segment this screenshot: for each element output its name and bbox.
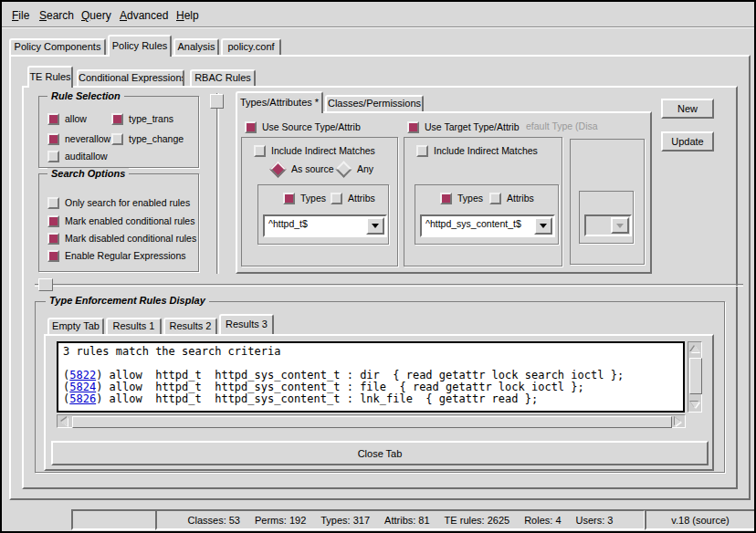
- status-stats-panel: Classes: 53 Perms: 192 Types: 317 Attrib…: [155, 509, 646, 530]
- checkbox-neverallow[interactable]: neverallow: [47, 132, 110, 145]
- horizontal-scrollbar-thumb[interactable]: [72, 416, 672, 428]
- checkbox-allow[interactable]: allow: [47, 112, 87, 125]
- stat-roles: Roles: 4: [524, 515, 561, 526]
- scroll-right-arrow[interactable]: [671, 415, 685, 427]
- checkbox-indicator: [489, 193, 501, 204]
- target-type-combobox[interactable]: ^httpd_sys_content_t$: [420, 214, 555, 237]
- apol-window: File Search Query Advanced Help Policy C…: [0, 0, 756, 533]
- radio-indicator: [269, 161, 286, 177]
- checkbox-target-attribs[interactable]: Attribs: [489, 192, 534, 204]
- search-options-title: Search Options: [47, 168, 129, 179]
- checkbox-indicator: [111, 133, 123, 145]
- checkbox-indicator: [47, 233, 59, 245]
- checkbox-source-indirect[interactable]: Include Indirect Matches: [254, 144, 375, 157]
- results-summary: 3 rules match the search criteria: [63, 346, 683, 358]
- checkbox-indicator: [111, 113, 123, 125]
- default-type-label: efault Type (Disa: [526, 120, 612, 131]
- tab-analysis[interactable]: Analysis: [173, 38, 219, 55]
- checkbox-indicator: [47, 113, 59, 125]
- tab-results-3[interactable]: Results 3: [219, 314, 274, 334]
- checkbox-enable-regex[interactable]: Enable Regular Expressions: [47, 249, 186, 262]
- menu-advanced[interactable]: Advanced: [117, 8, 171, 23]
- checkbox-indicator: [283, 193, 295, 204]
- tab-conditional-expressions[interactable]: Conditional Expressions: [77, 69, 184, 86]
- stat-te-rules: TE rules: 2625: [445, 515, 510, 526]
- checkbox-source-types[interactable]: Types: [283, 192, 326, 204]
- checkbox-use-source-type[interactable]: Use Source Type/Attrib: [245, 120, 361, 133]
- tab-rbac-rules[interactable]: RBAC Rules: [190, 69, 256, 86]
- vertical-pane-sash[interactable]: [216, 93, 219, 274]
- tab-empty-tab[interactable]: Empty Tab: [47, 318, 104, 334]
- combobox-dropdown-button[interactable]: [534, 217, 552, 235]
- arrow-left-icon: [61, 417, 68, 426]
- horizontal-scrollbar[interactable]: [57, 414, 686, 428]
- rule-number-link[interactable]: 5826: [69, 392, 96, 405]
- checkbox-mark-disabled-conditional[interactable]: Mark disabled conditional rules: [47, 232, 196, 245]
- checkbox-indicator: [47, 151, 59, 162]
- checkbox-indicator: [47, 215, 59, 227]
- menu-query[interactable]: Query: [79, 8, 114, 23]
- combobox-dropdown-button[interactable]: [366, 217, 384, 235]
- combobox-value[interactable]: ^httpd_t$: [268, 218, 367, 229]
- scroll-left-arrow[interactable]: [58, 415, 71, 427]
- horizontal-pane-sash[interactable]: [35, 284, 743, 287]
- status-version-panel: v.18 (source): [645, 509, 756, 530]
- arrow-right-icon: [675, 417, 681, 426]
- vertical-sash-grip[interactable]: [210, 94, 224, 109]
- checkbox-target-types[interactable]: Types: [440, 192, 483, 204]
- tab-results-2[interactable]: Results 2: [163, 318, 217, 334]
- menu-search[interactable]: Search: [37, 8, 77, 23]
- stat-users: Users: 3: [576, 515, 614, 526]
- checkbox-type-trans[interactable]: type_trans: [111, 112, 173, 125]
- checkbox-target-indirect[interactable]: Include Indirect Matches: [416, 144, 538, 157]
- checkbox-indicator: [440, 193, 452, 204]
- radio-as-source[interactable]: As source: [270, 162, 334, 175]
- scroll-up-arrow[interactable]: [688, 342, 701, 356]
- rule-number-link[interactable]: 5824: [69, 381, 96, 393]
- tab-policy-rules[interactable]: Policy Rules: [108, 35, 172, 57]
- tab-types-attributes[interactable]: Types/Attributes *: [236, 91, 323, 113]
- checkbox-indicator: [47, 250, 59, 262]
- tab-results-1[interactable]: Results 1: [106, 318, 162, 334]
- status-file-panel: [71, 509, 157, 530]
- vertical-scrollbar[interactable]: [688, 341, 702, 413]
- combobox-value[interactable]: ^httpd_sys_content_t$: [425, 218, 535, 229]
- rule-selection-title: Rule Selection: [47, 90, 124, 101]
- new-button[interactable]: New: [661, 99, 714, 119]
- menu-bar: File Search Query Advanced Help: [2, 2, 754, 27]
- checkbox-use-target-type[interactable]: Use Target Type/Attrib: [407, 120, 520, 133]
- combobox-dropdown-button: [611, 217, 629, 234]
- close-tab-button[interactable]: Close Tab: [51, 441, 709, 465]
- radio-indicator: [335, 161, 352, 177]
- checkbox-indicator: [416, 145, 428, 157]
- checkbox-indicator: [245, 121, 257, 133]
- menu-file[interactable]: File: [9, 8, 32, 23]
- policy-version: v.18 (source): [671, 515, 729, 526]
- checkbox-indicator: [47, 197, 59, 209]
- stat-perms: Perms: 192: [255, 515, 306, 526]
- arrow-up-icon: [690, 346, 699, 352]
- stat-attribs: Attribs: 81: [384, 515, 430, 526]
- results-text-area[interactable]: 3 rules match the search criteria (5822)…: [57, 341, 685, 413]
- tab-te-rules[interactable]: TE Rules: [27, 66, 73, 88]
- menu-help[interactable]: Help: [173, 8, 202, 23]
- rule-number-link[interactable]: 5822: [69, 369, 96, 381]
- chevron-down-icon: [372, 224, 379, 228]
- rule-line: (5826) allow httpd_t httpd_sys_content_t…: [63, 393, 683, 405]
- tab-classes-permissions[interactable]: Classes/Permissions: [325, 95, 424, 111]
- tab-policy-components[interactable]: Policy Components: [9, 38, 106, 55]
- checkbox-type-change[interactable]: type_change: [111, 132, 184, 145]
- checkbox-indicator: [331, 193, 342, 204]
- checkbox-auditallow[interactable]: auditallow: [47, 150, 108, 162]
- horizontal-sash-grip[interactable]: [38, 278, 53, 291]
- vertical-scrollbar-thumb[interactable]: [689, 358, 702, 394]
- tab-policy-conf[interactable]: policy.conf: [221, 38, 281, 55]
- scroll-down-arrow[interactable]: [688, 398, 701, 412]
- radio-any[interactable]: Any: [336, 162, 373, 175]
- checkbox-only-enabled-rules[interactable]: Only search for enabled rules: [47, 196, 190, 209]
- source-type-combobox[interactable]: ^httpd_t$: [263, 214, 387, 237]
- checkbox-mark-enabled-conditional[interactable]: Mark enabled conditional rules: [47, 214, 194, 227]
- update-button[interactable]: Update: [661, 131, 714, 152]
- checkbox-indicator: [47, 133, 59, 145]
- checkbox-source-attribs[interactable]: Attribs: [331, 192, 375, 204]
